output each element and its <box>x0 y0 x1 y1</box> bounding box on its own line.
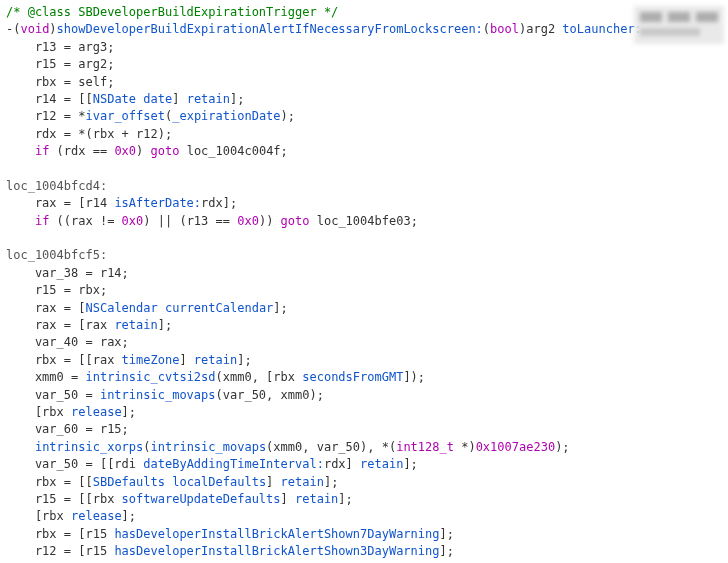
code-line: xmm0 = intrinsic_cvtsi2sd(xmm0, [rbx sec… <box>6 370 425 384</box>
code-line: rdx = *(rbx + r12); <box>6 127 172 141</box>
code-line: r15 = rbx; <box>6 283 107 297</box>
method-decl: -(void)showDeveloperBuildExpirationAlert… <box>6 22 642 36</box>
code-line: rbx = [r15 hasDeveloperInstallBrickAlert… <box>6 527 454 541</box>
code-line: var_40 = rax; <box>6 335 129 349</box>
code-line: r12 = *ivar_offset(_expirationDate); <box>6 109 295 123</box>
decompiled-code-block: /* @class SBDeveloperBuildExpirationTrig… <box>0 0 728 563</box>
code-line: rax = [r14 isAfterDate:rdx]; <box>6 196 237 210</box>
code-line: var_50 = [[rdi dateByAddingTimeInterval:… <box>6 457 418 471</box>
code-line: rax = [NSCalendar currentCalendar]; <box>6 301 288 315</box>
code-line: if (rdx == 0x0) goto loc_1004c004f; <box>6 144 288 158</box>
watermark-overlay <box>634 6 724 44</box>
code-line: r15 = arg2; <box>6 57 114 71</box>
code-line: [rbx release]; <box>6 405 136 419</box>
code-line: var_60 = r15; <box>6 422 129 436</box>
code-line: rax = [rax retain]; <box>6 318 172 332</box>
code-line: [rbx release]; <box>6 509 136 523</box>
code-line: r13 = arg3; <box>6 40 114 54</box>
code-line: rbx = self; <box>6 75 114 89</box>
label-1004bfcf5: loc_1004bfcf5: <box>6 248 107 262</box>
code-line: r14 = [[NSDate date] retain]; <box>6 92 244 106</box>
code-line: var_50 = intrinsic_movaps(var_50, xmm0); <box>6 388 324 402</box>
class-comment: /* @class SBDeveloperBuildExpirationTrig… <box>6 5 338 19</box>
code-line: r15 = [[rbx softwareUpdateDefaults] reta… <box>6 492 353 506</box>
code-line: intrinsic_xorps(intrinsic_movaps(xmm0, v… <box>6 440 570 454</box>
code-line: rbx = [[rax timeZone] retain]; <box>6 353 252 367</box>
code-line: if ((rax != 0x0) || (r13 == 0x0)) goto l… <box>6 214 418 228</box>
code-line: var_38 = r14; <box>6 266 129 280</box>
label-1004bfcd4: loc_1004bfcd4: <box>6 179 107 193</box>
code-line: r12 = [r15 hasDeveloperInstallBrickAlert… <box>6 544 454 558</box>
code-line: rbx = [[SBDefaults localDefaults] retain… <box>6 475 338 489</box>
